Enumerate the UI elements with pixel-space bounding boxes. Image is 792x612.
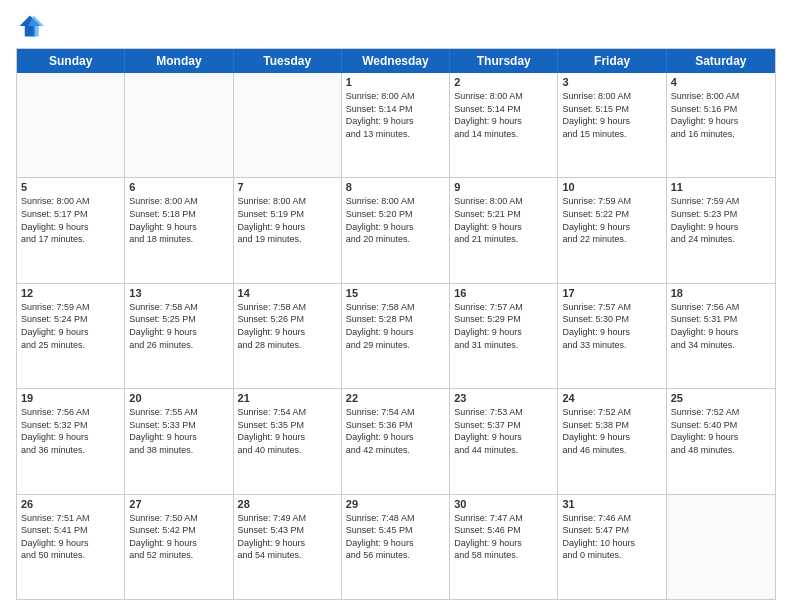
day-info: Sunrise: 7:59 AM Sunset: 5:22 PM Dayligh… <box>562 195 661 245</box>
day-info: Sunrise: 7:58 AM Sunset: 5:26 PM Dayligh… <box>238 301 337 351</box>
day-info: Sunrise: 7:52 AM Sunset: 5:38 PM Dayligh… <box>562 406 661 456</box>
calendar-cell: 15Sunrise: 7:58 AM Sunset: 5:28 PM Dayli… <box>342 284 450 388</box>
calendar-cell: 8Sunrise: 8:00 AM Sunset: 5:20 PM Daylig… <box>342 178 450 282</box>
day-info: Sunrise: 7:50 AM Sunset: 5:42 PM Dayligh… <box>129 512 228 562</box>
day-info: Sunrise: 7:56 AM Sunset: 5:31 PM Dayligh… <box>671 301 771 351</box>
calendar-cell: 9Sunrise: 8:00 AM Sunset: 5:21 PM Daylig… <box>450 178 558 282</box>
calendar-cell: 10Sunrise: 7:59 AM Sunset: 5:22 PM Dayli… <box>558 178 666 282</box>
day-number: 4 <box>671 76 771 88</box>
day-info: Sunrise: 8:00 AM Sunset: 5:14 PM Dayligh… <box>454 90 553 140</box>
header-day-sunday: Sunday <box>17 49 125 73</box>
day-number: 22 <box>346 392 445 404</box>
calendar-cell: 16Sunrise: 7:57 AM Sunset: 5:29 PM Dayli… <box>450 284 558 388</box>
day-number: 23 <box>454 392 553 404</box>
calendar-cell: 18Sunrise: 7:56 AM Sunset: 5:31 PM Dayli… <box>667 284 775 388</box>
day-info: Sunrise: 7:53 AM Sunset: 5:37 PM Dayligh… <box>454 406 553 456</box>
day-number: 25 <box>671 392 771 404</box>
header-day-tuesday: Tuesday <box>234 49 342 73</box>
calendar-cell: 20Sunrise: 7:55 AM Sunset: 5:33 PM Dayli… <box>125 389 233 493</box>
calendar-cell: 25Sunrise: 7:52 AM Sunset: 5:40 PM Dayli… <box>667 389 775 493</box>
day-number: 8 <box>346 181 445 193</box>
day-number: 24 <box>562 392 661 404</box>
day-info: Sunrise: 7:58 AM Sunset: 5:25 PM Dayligh… <box>129 301 228 351</box>
logo-icon <box>16 12 44 40</box>
calendar-cell <box>17 73 125 177</box>
calendar-cell: 3Sunrise: 8:00 AM Sunset: 5:15 PM Daylig… <box>558 73 666 177</box>
day-info: Sunrise: 7:54 AM Sunset: 5:36 PM Dayligh… <box>346 406 445 456</box>
day-number: 29 <box>346 498 445 510</box>
calendar-cell: 24Sunrise: 7:52 AM Sunset: 5:38 PM Dayli… <box>558 389 666 493</box>
day-info: Sunrise: 7:46 AM Sunset: 5:47 PM Dayligh… <box>562 512 661 562</box>
calendar-cell: 28Sunrise: 7:49 AM Sunset: 5:43 PM Dayli… <box>234 495 342 599</box>
day-info: Sunrise: 8:00 AM Sunset: 5:21 PM Dayligh… <box>454 195 553 245</box>
day-info: Sunrise: 8:00 AM Sunset: 5:19 PM Dayligh… <box>238 195 337 245</box>
day-number: 10 <box>562 181 661 193</box>
calendar-cell: 1Sunrise: 8:00 AM Sunset: 5:14 PM Daylig… <box>342 73 450 177</box>
calendar-cell <box>125 73 233 177</box>
calendar-cell: 21Sunrise: 7:54 AM Sunset: 5:35 PM Dayli… <box>234 389 342 493</box>
header-day-wednesday: Wednesday <box>342 49 450 73</box>
header-day-monday: Monday <box>125 49 233 73</box>
calendar-cell: 2Sunrise: 8:00 AM Sunset: 5:14 PM Daylig… <box>450 73 558 177</box>
day-number: 2 <box>454 76 553 88</box>
day-info: Sunrise: 8:00 AM Sunset: 5:17 PM Dayligh… <box>21 195 120 245</box>
day-info: Sunrise: 7:48 AM Sunset: 5:45 PM Dayligh… <box>346 512 445 562</box>
calendar-cell: 19Sunrise: 7:56 AM Sunset: 5:32 PM Dayli… <box>17 389 125 493</box>
page: SundayMondayTuesdayWednesdayThursdayFrid… <box>0 0 792 612</box>
calendar-cell <box>667 495 775 599</box>
calendar-row-2: 12Sunrise: 7:59 AM Sunset: 5:24 PM Dayli… <box>17 283 775 388</box>
calendar-header: SundayMondayTuesdayWednesdayThursdayFrid… <box>17 49 775 73</box>
day-number: 11 <box>671 181 771 193</box>
day-number: 15 <box>346 287 445 299</box>
calendar-cell: 11Sunrise: 7:59 AM Sunset: 5:23 PM Dayli… <box>667 178 775 282</box>
day-info: Sunrise: 7:59 AM Sunset: 5:24 PM Dayligh… <box>21 301 120 351</box>
day-info: Sunrise: 7:54 AM Sunset: 5:35 PM Dayligh… <box>238 406 337 456</box>
calendar-cell: 26Sunrise: 7:51 AM Sunset: 5:41 PM Dayli… <box>17 495 125 599</box>
calendar-row-4: 26Sunrise: 7:51 AM Sunset: 5:41 PM Dayli… <box>17 494 775 599</box>
header-day-thursday: Thursday <box>450 49 558 73</box>
calendar-cell: 7Sunrise: 8:00 AM Sunset: 5:19 PM Daylig… <box>234 178 342 282</box>
day-number: 30 <box>454 498 553 510</box>
calendar-cell: 13Sunrise: 7:58 AM Sunset: 5:25 PM Dayli… <box>125 284 233 388</box>
day-info: Sunrise: 7:59 AM Sunset: 5:23 PM Dayligh… <box>671 195 771 245</box>
calendar-cell: 27Sunrise: 7:50 AM Sunset: 5:42 PM Dayli… <box>125 495 233 599</box>
day-number: 12 <box>21 287 120 299</box>
calendar-row-1: 5Sunrise: 8:00 AM Sunset: 5:17 PM Daylig… <box>17 177 775 282</box>
calendar-cell: 4Sunrise: 8:00 AM Sunset: 5:16 PM Daylig… <box>667 73 775 177</box>
calendar-cell <box>234 73 342 177</box>
calendar-row-0: 1Sunrise: 8:00 AM Sunset: 5:14 PM Daylig… <box>17 73 775 177</box>
day-number: 19 <box>21 392 120 404</box>
day-number: 21 <box>238 392 337 404</box>
day-info: Sunrise: 8:00 AM Sunset: 5:20 PM Dayligh… <box>346 195 445 245</box>
day-number: 1 <box>346 76 445 88</box>
day-number: 20 <box>129 392 228 404</box>
calendar-cell: 17Sunrise: 7:57 AM Sunset: 5:30 PM Dayli… <box>558 284 666 388</box>
day-number: 18 <box>671 287 771 299</box>
day-info: Sunrise: 8:00 AM Sunset: 5:16 PM Dayligh… <box>671 90 771 140</box>
calendar-cell: 6Sunrise: 8:00 AM Sunset: 5:18 PM Daylig… <box>125 178 233 282</box>
day-number: 31 <box>562 498 661 510</box>
day-number: 14 <box>238 287 337 299</box>
header-day-saturday: Saturday <box>667 49 775 73</box>
day-info: Sunrise: 7:47 AM Sunset: 5:46 PM Dayligh… <box>454 512 553 562</box>
day-info: Sunrise: 7:57 AM Sunset: 5:30 PM Dayligh… <box>562 301 661 351</box>
calendar-cell: 30Sunrise: 7:47 AM Sunset: 5:46 PM Dayli… <box>450 495 558 599</box>
calendar-cell: 23Sunrise: 7:53 AM Sunset: 5:37 PM Dayli… <box>450 389 558 493</box>
day-info: Sunrise: 7:55 AM Sunset: 5:33 PM Dayligh… <box>129 406 228 456</box>
day-info: Sunrise: 7:51 AM Sunset: 5:41 PM Dayligh… <box>21 512 120 562</box>
day-info: Sunrise: 7:58 AM Sunset: 5:28 PM Dayligh… <box>346 301 445 351</box>
calendar-cell: 29Sunrise: 7:48 AM Sunset: 5:45 PM Dayli… <box>342 495 450 599</box>
day-number: 9 <box>454 181 553 193</box>
day-info: Sunrise: 7:57 AM Sunset: 5:29 PM Dayligh… <box>454 301 553 351</box>
header-day-friday: Friday <box>558 49 666 73</box>
day-number: 26 <box>21 498 120 510</box>
calendar: SundayMondayTuesdayWednesdayThursdayFrid… <box>16 48 776 600</box>
calendar-cell: 22Sunrise: 7:54 AM Sunset: 5:36 PM Dayli… <box>342 389 450 493</box>
calendar-row-3: 19Sunrise: 7:56 AM Sunset: 5:32 PM Dayli… <box>17 388 775 493</box>
day-number: 13 <box>129 287 228 299</box>
day-number: 3 <box>562 76 661 88</box>
day-number: 28 <box>238 498 337 510</box>
calendar-cell: 31Sunrise: 7:46 AM Sunset: 5:47 PM Dayli… <box>558 495 666 599</box>
logo <box>16 12 48 40</box>
header <box>16 12 776 40</box>
